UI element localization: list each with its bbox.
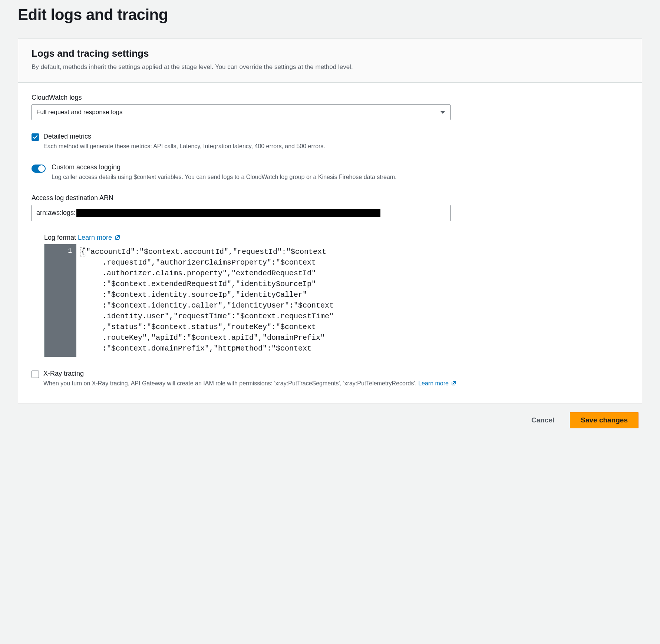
log-format-label: Log format [44, 234, 76, 241]
panel-header: Logs and tracing settings By default, me… [18, 39, 642, 83]
access-log-arn-field: Access log destination ARN arn:aws:logs: [32, 194, 628, 221]
detailed-metrics-label: Detailed metrics [43, 133, 325, 140]
save-changes-button[interactable]: Save changes [570, 412, 638, 428]
external-link-icon [451, 380, 457, 386]
cloudwatch-logs-field: CloudWatch logs Full request and respons… [32, 94, 628, 120]
log-format-learn-more-link[interactable]: Learn more [78, 234, 121, 241]
log-format-field: Log format Learn more 1 {"accountId":"$c… [32, 234, 628, 357]
settings-panel: Logs and tracing settings By default, me… [18, 39, 642, 403]
cloudwatch-logs-dropdown-button[interactable]: Full request and response logs [32, 104, 451, 120]
chevron-down-icon [440, 111, 445, 114]
external-link-icon [115, 235, 121, 240]
detailed-metrics-checkbox[interactable] [32, 133, 39, 141]
log-format-editor[interactable]: 1 {"accountId":"$context.accountId","req… [44, 244, 448, 357]
cancel-button[interactable]: Cancel [526, 412, 560, 428]
xray-learn-more-link[interactable]: Learn more [418, 380, 457, 386]
detailed-metrics-field: Detailed metrics Each method will genera… [32, 133, 628, 151]
arn-prefix: arn:aws:logs: [36, 209, 76, 217]
footer-actions: Cancel Save changes [18, 403, 642, 428]
line-number: 1 [44, 247, 72, 255]
xray-tracing-label: X-Ray tracing [43, 370, 457, 378]
cloudwatch-logs-label: CloudWatch logs [32, 94, 628, 102]
access-log-arn-label: Access log destination ARN [32, 194, 628, 202]
custom-access-logging-label: Custom access logging [52, 163, 397, 171]
custom-access-logging-field: Custom access logging Log caller access … [32, 163, 628, 182]
xray-tracing-field: X-Ray tracing When you turn on X-Ray tra… [32, 370, 628, 388]
cloudwatch-logs-dropdown[interactable]: Full request and response logs [32, 104, 451, 120]
panel-title: Logs and tracing settings [32, 48, 628, 59]
panel-description: By default, methods inherit the settings… [32, 62, 628, 72]
custom-access-logging-description: Log caller access details using $context… [52, 173, 397, 182]
xray-tracing-description: When you turn on X-Ray tracing, API Gate… [43, 379, 457, 388]
check-icon [33, 135, 38, 140]
custom-access-logging-toggle[interactable] [32, 165, 46, 173]
xray-tracing-checkbox[interactable] [32, 371, 39, 378]
log-format-code[interactable]: {"accountId":"$context.accountId","reque… [76, 244, 448, 357]
access-log-arn-input[interactable]: arn:aws:logs: [32, 205, 451, 221]
arn-redacted [76, 209, 380, 217]
toggle-knob-icon [38, 165, 45, 172]
page-title: Edit logs and tracing [18, 6, 642, 24]
detailed-metrics-description: Each method will generate these metrics:… [43, 142, 325, 151]
code-gutter: 1 [44, 244, 76, 357]
